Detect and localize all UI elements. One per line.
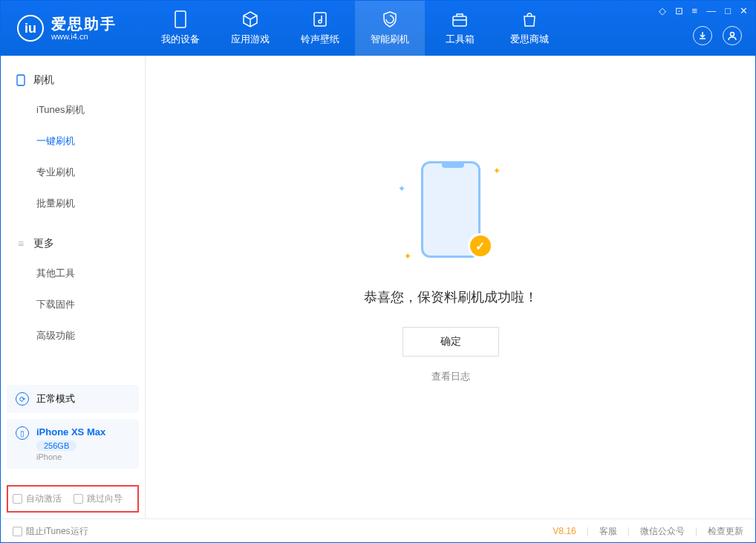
device-info-box[interactable]: ▯ iPhone XS Max 256GB iPhone bbox=[7, 419, 139, 469]
version-label: V8.16 bbox=[553, 526, 576, 536]
nav-label: 应用游戏 bbox=[231, 33, 270, 46]
divider: | bbox=[695, 526, 697, 536]
minimize-button[interactable]: — bbox=[706, 5, 716, 16]
mode-icon: ⟳ bbox=[16, 392, 29, 406]
sidebar-item-oneclick-flash[interactable]: 一键刷机 bbox=[1, 126, 145, 157]
sparkle-icon: ✦ bbox=[493, 166, 501, 176]
nav-label: 我的设备 bbox=[161, 33, 200, 46]
phone-notch bbox=[442, 163, 464, 168]
checkbox-box bbox=[13, 527, 22, 536]
sidebar-section-more: ≡ 更多 其他工具 下载固件 高级功能 bbox=[1, 219, 145, 351]
sidebar-item-other-tools[interactable]: 其他工具 bbox=[1, 258, 145, 289]
sidebar-item-pro-flash[interactable]: 专业刷机 bbox=[1, 157, 145, 188]
sparkle-icon: ✦ bbox=[404, 251, 411, 261]
footer: 阻止iTunes运行 V8.16 | 客服 | 微信公众号 | 检查更新 bbox=[1, 518, 755, 543]
success-message: 恭喜您，保资料刷机成功啦！ bbox=[364, 288, 538, 306]
device-capacity: 256GB bbox=[36, 440, 76, 451]
checkbox-row: 自动激活 跳过向导 bbox=[7, 485, 139, 513]
app-header: iu 爱思助手 www.i4.cn 我的设备 应用游戏 铃声壁纸 智能刷机 工具… bbox=[1, 1, 755, 56]
sidebar-item-download-firmware[interactable]: 下载固件 bbox=[1, 289, 145, 320]
user-button[interactable] bbox=[723, 26, 742, 45]
checkbox-box bbox=[13, 494, 22, 504]
maximize-button[interactable]: □ bbox=[725, 5, 731, 16]
header-actions bbox=[693, 26, 742, 45]
footer-left: 阻止iTunes运行 bbox=[13, 525, 88, 538]
device-mode-label: 正常模式 bbox=[36, 392, 75, 406]
phone-icon bbox=[16, 75, 26, 85]
svg-point-5 bbox=[731, 33, 734, 36]
divider: | bbox=[587, 526, 589, 536]
svg-point-2 bbox=[319, 20, 322, 23]
nav-store[interactable]: 爱思商城 bbox=[495, 1, 564, 56]
sidebar: 刷机 iTunes刷机 一键刷机 专业刷机 批量刷机 ≡ 更多 其他工具 下载固… bbox=[1, 56, 146, 518]
user-icon bbox=[727, 30, 737, 41]
checkbox-label: 跳过向导 bbox=[87, 492, 123, 505]
device-icon: ▯ bbox=[16, 426, 29, 440]
section-title: 更多 bbox=[33, 237, 54, 250]
section-title: 刷机 bbox=[33, 74, 54, 87]
footer-link-update[interactable]: 检查更新 bbox=[708, 525, 743, 538]
music-icon bbox=[311, 10, 329, 28]
sidebar-item-batch-flash[interactable]: 批量刷机 bbox=[1, 188, 145, 219]
nav-label: 铃声壁纸 bbox=[301, 33, 339, 46]
nav-tabs: 我的设备 应用游戏 铃声壁纸 智能刷机 工具箱 爱思商城 bbox=[146, 1, 564, 56]
device-name: iPhone XS Max bbox=[36, 426, 105, 438]
nav-my-device[interactable]: 我的设备 bbox=[146, 1, 215, 56]
svg-rect-1 bbox=[314, 13, 326, 26]
sparkle-icon: ✦ bbox=[398, 183, 405, 194]
list-icon: ≡ bbox=[16, 238, 26, 249]
logo-text: 爱思助手 www.i4.cn bbox=[51, 16, 117, 41]
checkbox-auto-activate[interactable]: 自动激活 bbox=[13, 492, 62, 505]
ok-button[interactable]: 确定 bbox=[403, 327, 499, 357]
main-content: ✦ ✦ ✦ ✓ 恭喜您，保资料刷机成功啦！ 确定 查看日志 bbox=[146, 56, 755, 518]
cube-icon bbox=[241, 10, 259, 28]
nav-label: 工具箱 bbox=[446, 33, 475, 46]
view-log-link[interactable]: 查看日志 bbox=[431, 370, 470, 383]
device-type: iPhone bbox=[36, 452, 105, 461]
svg-rect-3 bbox=[453, 16, 466, 26]
window-controls: ◇ ⊡ ≡ — □ ✕ bbox=[659, 5, 748, 16]
sidebar-item-advanced[interactable]: 高级功能 bbox=[1, 320, 145, 351]
sidebar-item-itunes-flash[interactable]: iTunes刷机 bbox=[1, 94, 145, 126]
device-panel: ⟳ 正常模式 ▯ iPhone XS Max 256GB iPhone bbox=[1, 379, 145, 481]
menu-icon[interactable]: ≡ bbox=[692, 5, 698, 16]
checkbox-label: 自动激活 bbox=[26, 492, 62, 505]
svg-rect-0 bbox=[175, 11, 186, 27]
device-icon bbox=[172, 10, 189, 28]
download-button[interactable] bbox=[693, 26, 712, 45]
device-mode-box[interactable]: ⟳ 正常模式 bbox=[7, 385, 139, 413]
check-badge-icon: ✓ bbox=[468, 233, 493, 259]
checkbox-skip-guide[interactable]: 跳过向导 bbox=[74, 492, 123, 505]
feedback-icon[interactable]: ⊡ bbox=[675, 5, 683, 16]
divider: | bbox=[628, 526, 630, 536]
nav-label: 智能刷机 bbox=[371, 33, 409, 46]
success-graphic: ✦ ✦ ✦ ✓ bbox=[403, 161, 499, 269]
sidebar-header-flash: 刷机 bbox=[1, 66, 145, 94]
checkbox-box bbox=[74, 494, 83, 504]
close-button[interactable]: ✕ bbox=[740, 5, 748, 16]
download-icon bbox=[697, 30, 708, 41]
skin-icon[interactable]: ◇ bbox=[659, 5, 666, 16]
device-info: iPhone XS Max 256GB iPhone bbox=[36, 426, 105, 461]
logo-area: iu 爱思助手 www.i4.cn bbox=[1, 15, 146, 42]
checkbox-label: 阻止iTunes运行 bbox=[26, 525, 88, 538]
nav-label: 爱思商城 bbox=[510, 33, 549, 46]
toolbox-icon bbox=[451, 10, 469, 28]
nav-apps-games[interactable]: 应用游戏 bbox=[215, 1, 285, 56]
svg-rect-6 bbox=[17, 75, 25, 85]
app-title: 爱思助手 bbox=[51, 16, 117, 32]
sidebar-header-more: ≡ 更多 bbox=[1, 230, 145, 258]
nav-toolbox[interactable]: 工具箱 bbox=[425, 1, 495, 56]
footer-link-support[interactable]: 客服 bbox=[599, 525, 617, 538]
sidebar-section-flash: 刷机 iTunes刷机 一键刷机 专业刷机 批量刷机 bbox=[1, 56, 145, 219]
nav-ringtones[interactable]: 铃声壁纸 bbox=[285, 1, 355, 56]
nav-flash[interactable]: 智能刷机 bbox=[355, 1, 425, 56]
logo-icon: iu bbox=[17, 15, 44, 42]
footer-right: V8.16 | 客服 | 微信公众号 | 检查更新 bbox=[553, 525, 743, 538]
app-body: 刷机 iTunes刷机 一键刷机 专业刷机 批量刷机 ≡ 更多 其他工具 下载固… bbox=[1, 56, 755, 518]
checkbox-block-itunes[interactable]: 阻止iTunes运行 bbox=[13, 525, 88, 538]
footer-link-wechat[interactable]: 微信公众号 bbox=[640, 525, 685, 538]
bag-icon bbox=[521, 10, 538, 28]
app-subtitle: www.i4.cn bbox=[51, 32, 117, 41]
shield-icon bbox=[381, 10, 399, 28]
